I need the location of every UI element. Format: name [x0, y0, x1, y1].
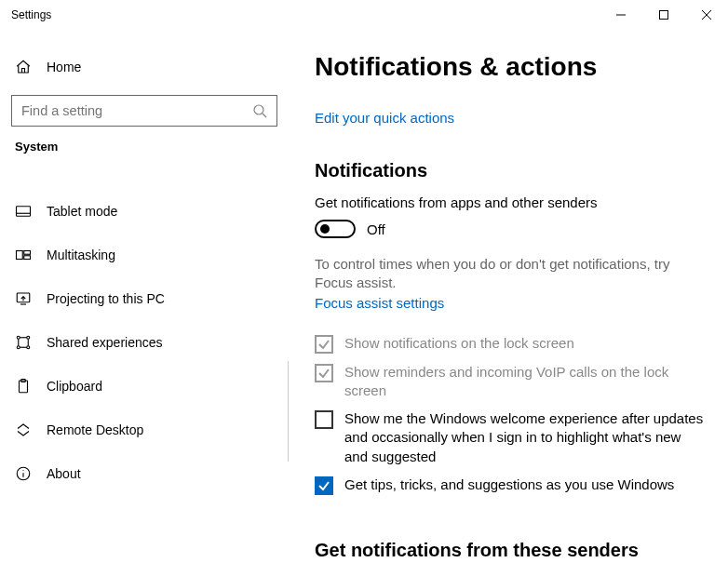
sidebar-item-label: Multitasking — [47, 248, 115, 262]
checkbox-label: Show notifications on the lock screen — [344, 334, 574, 353]
shared-experiences-icon — [15, 334, 32, 351]
checkbox-icon — [315, 335, 333, 354]
search-field[interactable] — [21, 103, 252, 118]
notifications-heading: Notifications — [315, 160, 706, 181]
svg-point-17 — [27, 346, 30, 349]
search-input[interactable] — [11, 95, 277, 127]
senders-heading: Get notifications from these senders — [315, 540, 706, 561]
sidebar-item-label: Clipboard — [47, 379, 102, 394]
svg-rect-9 — [24, 251, 31, 255]
svg-rect-1 — [660, 11, 668, 20]
checkbox-welcome-experience[interactable]: Show me the Windows welcome experience a… — [315, 409, 706, 466]
maximize-button[interactable] — [642, 0, 685, 30]
sidebar-item-label: About — [47, 466, 81, 481]
sidebar-item-about[interactable]: About — [9, 455, 279, 492]
remote-desktop-icon — [15, 422, 32, 438]
checkbox-icon — [315, 410, 333, 429]
checkbox-reminders-voip: Show reminders and incoming VoIP calls o… — [315, 363, 706, 401]
sidebar-item-label: Tablet mode — [47, 204, 117, 219]
svg-point-14 — [17, 336, 20, 339]
checkbox-label: Get tips, tricks, and suggestions as you… — [344, 476, 674, 494]
svg-rect-10 — [24, 256, 31, 260]
checkbox-label: Show reminders and incoming VoIP calls o… — [344, 363, 706, 401]
sidebar-item-label: Projecting to this PC — [47, 291, 165, 306]
focus-assist-link[interactable]: Focus assist settings — [315, 295, 444, 311]
svg-line-5 — [263, 114, 266, 117]
svg-point-16 — [17, 346, 20, 349]
svg-rect-6 — [17, 207, 31, 217]
category-title: System — [15, 140, 279, 154]
toggle-switch-icon — [315, 220, 356, 238]
clipboard-icon — [15, 378, 32, 395]
checkbox-icon — [315, 364, 333, 382]
checkbox-label: Show me the Windows welcome experience a… — [344, 409, 706, 466]
notifications-toggle[interactable]: Off — [315, 220, 706, 238]
sidebar-item-remote-desktop[interactable]: Remote Desktop — [9, 411, 279, 449]
edit-quick-actions-link[interactable]: Edit your quick actions — [315, 110, 454, 126]
focus-assist-help: To control times when you do or don't ge… — [315, 255, 706, 293]
minimize-button[interactable] — [600, 0, 642, 30]
svg-point-4 — [254, 105, 263, 114]
svg-rect-8 — [17, 251, 23, 260]
get-notifications-label: Get notifications from apps and other se… — [315, 194, 706, 210]
multitasking-icon — [15, 247, 32, 263]
sidebar-item-projecting[interactable]: Projecting to this PC — [9, 280, 279, 317]
sidebar-item-clipboard[interactable]: Clipboard — [9, 368, 279, 405]
sidebar-item-multitasking[interactable]: Multitasking — [9, 236, 279, 274]
window-title: Settings — [11, 8, 600, 21]
sidebar-item-label: Remote Desktop — [47, 422, 143, 437]
content-pane: Notifications & actions Edit your quick … — [289, 30, 728, 576]
projecting-icon — [15, 290, 32, 307]
svg-point-15 — [27, 336, 30, 339]
home-icon — [15, 59, 32, 75]
page-title: Notifications & actions — [315, 52, 706, 82]
sidebar-item-tablet-mode[interactable]: Tablet mode — [9, 193, 279, 230]
sidebar: Home System Tablet mode Multitasking — [0, 30, 289, 576]
close-button[interactable] — [685, 0, 728, 30]
home-label: Home — [47, 60, 81, 74]
search-icon — [252, 103, 267, 118]
title-bar: Settings — [0, 0, 728, 30]
checkbox-lock-screen: Show notifications on the lock screen — [315, 334, 706, 354]
sidebar-item-shared-experiences[interactable]: Shared experiences — [9, 324, 279, 361]
home-nav[interactable]: Home — [9, 48, 279, 86]
tablet-icon — [15, 203, 32, 220]
checkbox-checked-icon — [315, 476, 333, 495]
checkbox-tips-tricks[interactable]: Get tips, tricks, and suggestions as you… — [315, 476, 706, 495]
toggle-state: Off — [367, 221, 385, 237]
sidebar-item-label: Shared experiences — [47, 335, 163, 350]
about-icon — [15, 465, 32, 482]
